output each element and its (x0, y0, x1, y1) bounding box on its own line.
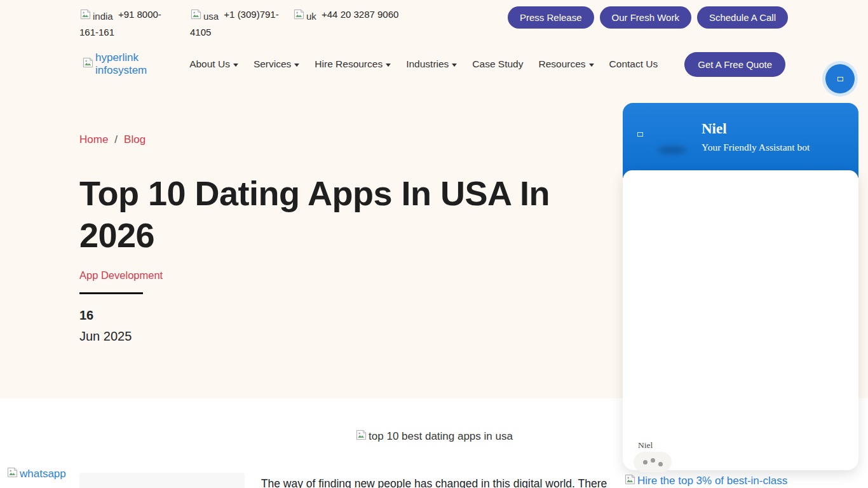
hire-top-talent-link[interactable]: Hire the top 3% of best-in-class (624, 474, 787, 488)
whatsapp-alt-text: whatsapp (20, 468, 66, 480)
uk-flag-alt-text: uk (306, 8, 316, 24)
publish-date-month-year: Jun 2025 (79, 329, 132, 344)
publish-date-day: 16 (79, 308, 93, 323)
press-release-button[interactable]: Press Release (508, 6, 594, 29)
chatbot-avatar-shadow (658, 146, 687, 154)
usa-flag-alt-text: usa (203, 8, 219, 24)
nav-menu: About Us Services Hire Resources Industr… (189, 52, 785, 77)
nav-item-hire-resources[interactable]: Hire Resources (315, 58, 391, 70)
breadcrumb: Home / Blog (79, 133, 146, 146)
nav-item-label: Resources (539, 58, 586, 70)
typing-dot (651, 458, 655, 463)
contact-uk[interactable]: uk +44 20 3287 9060 (293, 6, 398, 40)
broken-image-icon (837, 77, 843, 81)
chevron-down-icon (294, 64, 299, 67)
chevron-down-icon (589, 64, 594, 67)
whatsapp-broken-image-icon (6, 467, 18, 481)
uk-flag-broken-image-icon: uk (293, 8, 316, 24)
breadcrumb-blog-link[interactable]: Blog (124, 133, 146, 146)
chatbot-message-sender: Niel (638, 440, 653, 451)
chatbot-name: Niel (702, 121, 810, 137)
chatbot-header-text: Niel Your Friendly Assistant bot (702, 121, 810, 153)
chevron-down-icon (452, 64, 457, 67)
nav-item-contact-us[interactable]: Contact Us (609, 58, 658, 70)
schedule-a-call-button[interactable]: Schedule A Call (697, 6, 788, 29)
nav-item-resources[interactable]: Resources (539, 58, 594, 70)
our-fresh-work-button[interactable]: Our Fresh Work (600, 6, 691, 29)
chevron-down-icon (233, 64, 238, 67)
logo-broken-image-icon (82, 57, 94, 71)
india-flag-alt-text: india (93, 8, 113, 24)
breadcrumb-home-link[interactable]: Home (79, 133, 108, 146)
chat-toggle-button[interactable] (825, 64, 855, 93)
chatbot-body: Niel (623, 170, 858, 470)
nav-item-about-us[interactable]: About Us (189, 58, 238, 70)
top-contact-bar: india +91 8000-161-161 usa +1 (309)791-4… (79, 6, 788, 40)
chatbot-widget: Niel Your Friendly Assistant bot Niel (623, 103, 858, 470)
hero-image-alt-text: top 10 best dating apps in usa (369, 430, 513, 443)
nav-item-industries[interactable]: Industries (406, 58, 457, 70)
typing-dot (658, 462, 663, 466)
logo-link[interactable]: hyperlink infosystem (82, 51, 189, 77)
nav-item-services[interactable]: Services (254, 58, 299, 70)
chatbot-subtitle: Your Friendly Assistant bot (702, 142, 810, 153)
uk-phone-number[interactable]: +44 20 3287 9060 (322, 9, 398, 20)
chatbot-avatar-broken-image-icon (637, 132, 643, 137)
chatbot-header: Niel Your Friendly Assistant bot (623, 103, 858, 178)
page-title: Top 10 Dating Apps In USA In 2026 (79, 173, 569, 257)
page: india +91 8000-161-161 usa +1 (309)791-4… (0, 0, 868, 488)
nav-item-label: About Us (189, 58, 230, 70)
nav-item-label: Hire Resources (315, 58, 383, 70)
topbar-buttons: Press Release Our Fresh Work Schedule A … (508, 6, 788, 29)
nav-item-label: Contact Us (609, 58, 658, 70)
nav-item-label: Industries (406, 58, 449, 70)
title-underline (79, 292, 143, 294)
hire-broken-image-icon (624, 474, 636, 488)
main-navbar: hyperlink infosystem About Us Services H… (82, 50, 785, 79)
contact-india[interactable]: india +91 8000-161-161 (79, 6, 176, 40)
category-link[interactable]: App Development (79, 269, 163, 281)
nav-item-label: Services (254, 58, 291, 70)
contact-usa[interactable]: usa +1 (309)791-4105 (190, 6, 279, 40)
chevron-down-icon (386, 64, 391, 67)
nav-item-label: Case Study (472, 58, 523, 70)
hire-link-alt-text: Hire the top 3% of best-in-class (637, 475, 787, 487)
get-free-quote-button[interactable]: Get A Free Quote (684, 52, 785, 77)
typing-dot (643, 460, 648, 464)
toc-card (79, 473, 245, 488)
typing-indicator (634, 452, 672, 472)
nav-item-case-study[interactable]: Case Study (472, 58, 523, 70)
hero-broken-image-icon (355, 430, 367, 444)
india-flag-broken-image-icon: india (79, 8, 113, 24)
whatsapp-link[interactable]: whatsapp (6, 467, 66, 481)
contact-list: india +91 8000-161-161 usa +1 (309)791-4… (79, 6, 398, 40)
breadcrumb-separator: / (114, 133, 118, 146)
logo-alt-text: hyperlink infosystem (95, 51, 189, 77)
usa-flag-broken-image-icon: usa (190, 8, 219, 24)
